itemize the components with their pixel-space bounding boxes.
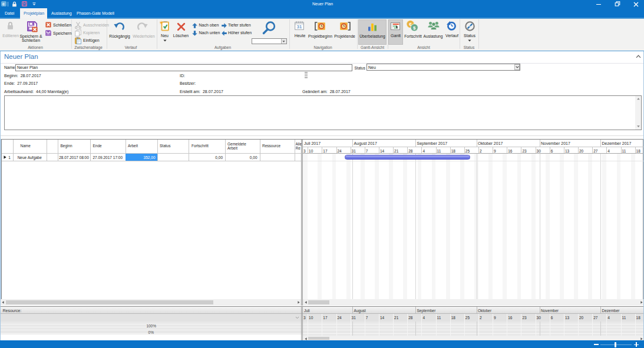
svg-text:31: 31 [297,24,302,29]
svg-text:$: $ [413,25,416,31]
